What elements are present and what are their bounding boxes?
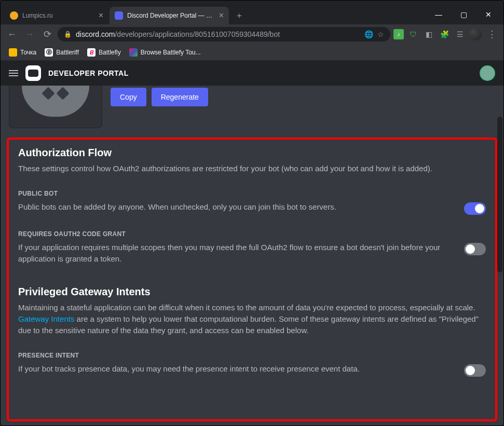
public-bot-label: PUBLIC BOT [18,190,486,197]
public-bot-desc: Public bots can be added by anyone. When… [18,201,454,213]
bookmark-icon [9,48,17,57]
bookmark-label: Battleriff [56,49,79,56]
bookmarks-bar: Точка ⒷBattleriff 𝘽Battlefly Browse Batt… [1,44,503,61]
maximize-button[interactable]: ▢ [452,7,475,22]
url-bar[interactable]: 🔒 discord.com/developers/applications/80… [58,27,390,42]
address-bar-row: ← → ⟳ 🔒 discord.com/developers/applicati… [1,24,503,44]
bookmark-icon [129,48,138,57]
tab-title: Discord Developer Portal — My A [127,12,215,19]
tab-title: Lumpics.ru [22,12,94,19]
copy-button[interactable]: Copy [111,88,146,106]
presence-intent-label: PRESENCE INTENT [18,352,486,359]
translate-icon[interactable]: 🌐 [364,30,373,38]
close-button[interactable]: ✕ [476,7,500,22]
bot-icon [22,86,89,117]
back-button[interactable]: ← [5,27,19,42]
extensions-button[interactable]: 🧩 [438,28,451,40]
oauth-grant-desc: If your application requires multiple sc… [18,242,454,265]
tab-discord-dev[interactable]: Discord Developer Portal — My A × [110,7,229,24]
star-icon[interactable]: ☆ [377,30,384,38]
regenerate-button[interactable]: Regenerate [152,88,208,106]
oauth-grant-label: REQUIRES OAUTH2 CODE GRANT [18,230,486,238]
shield-icon[interactable]: 🛡 [407,28,419,40]
favicon-icon [115,11,123,20]
auth-flow-heading: Authorization Flow [18,147,486,159]
hamburger-icon[interactable] [9,68,18,78]
menu-button[interactable]: ⋮ [485,27,499,42]
auth-flow-desc: These settings control how OAuth2 author… [18,163,486,174]
bookmark-label: Точка [20,49,36,56]
content: Copy Regenerate Authorization Flow These… [1,86,503,425]
presence-intent-toggle[interactable] [464,364,486,377]
intents-heading: Privileged Gateway Intents [18,286,486,298]
bot-token-row: Copy Regenerate [5,86,499,128]
window-controls: — ▢ ✕ [424,5,503,24]
intents-desc: Maintaining a stateful application can b… [18,302,486,336]
gateway-intents-link[interactable]: Gateway Intents [18,314,74,323]
dp-header: DEVELOPER PORTAL [1,61,503,86]
bookmark-item[interactable]: 𝘽Battlefly [84,46,124,59]
tab-lumpics[interactable]: Lumpics.ru × [5,7,108,24]
lock-icon: 🔒 [64,31,72,38]
minimize-button[interactable]: — [427,7,451,22]
bookmark-item[interactable]: Точка [6,46,39,59]
reading-list-icon[interactable]: ☰ [454,28,466,40]
bot-icon-card [9,86,102,128]
dp-title: DEVELOPER PORTAL [48,69,129,77]
user-avatar[interactable] [480,65,495,81]
extension-icon[interactable]: ♪ [393,29,404,39]
tab-strip: Lumpics.ru × Discord Developer Portal — … [1,6,424,24]
bookmark-icon: 𝘽 [87,48,96,57]
url-text: discord.com/developers/applications/8051… [76,30,360,38]
close-icon[interactable]: × [219,11,224,20]
extension-icon[interactable]: ◧ [423,28,435,40]
scrollbar[interactable] [497,117,502,272]
discord-logo-icon [25,65,41,81]
oauth-grant-toggle[interactable] [464,243,486,255]
close-icon[interactable]: × [99,11,103,20]
reload-button[interactable]: ⟳ [40,27,55,42]
browser-window: Lumpics.ru × Discord Developer Portal — … [0,0,504,426]
bookmark-item[interactable]: Browse Battlefy Tou... [126,46,204,59]
bookmark-label: Battlefly [99,49,121,56]
forward-button[interactable]: → [22,27,37,42]
bookmark-item[interactable]: ⒷBattleriff [42,46,82,59]
bookmark-icon: Ⓑ [45,48,53,57]
bookmark-label: Browse Battlefy Tou... [141,49,201,56]
presence-intent-desc: If your bot tracks presence data, you ma… [18,363,454,375]
highlighted-settings: Authorization Flow These settings contro… [7,138,497,421]
profile-avatar[interactable] [469,28,482,40]
favicon-icon [10,11,18,20]
public-bot-toggle[interactable] [464,202,486,215]
new-tab-button[interactable]: ＋ [232,8,247,23]
